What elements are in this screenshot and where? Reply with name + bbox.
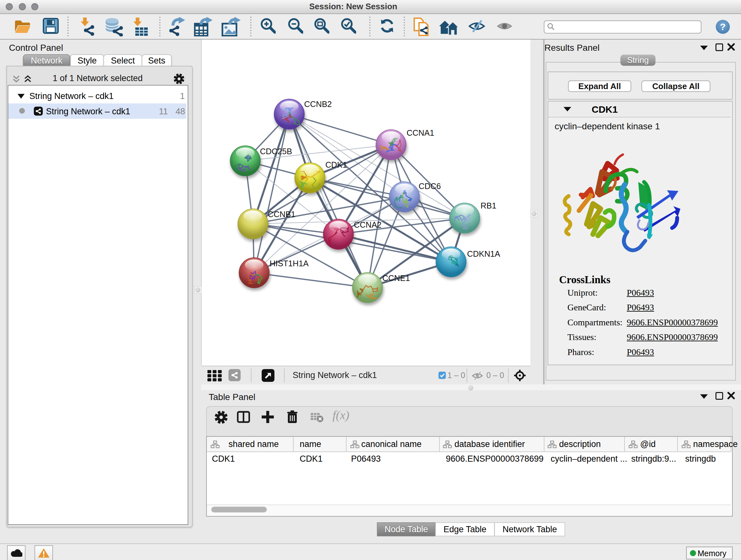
svg-text:CDKN1A: CDKN1A: [467, 249, 501, 258]
svg-text:CCNB1: CCNB1: [268, 210, 295, 219]
svg-text:CDK1: CDK1: [325, 160, 347, 169]
svg-text:RB1: RB1: [481, 201, 496, 210]
svg-text:CCNA1: CCNA1: [407, 128, 434, 137]
svg-text:CCNB2: CCNB2: [304, 100, 332, 109]
svg-text:CDC25B: CDC25B: [260, 147, 292, 156]
svg-text:CCNE1: CCNE1: [382, 273, 410, 283]
svg-text:HIST1H1A: HIST1H1A: [270, 259, 309, 268]
svg-text:CCNA2: CCNA2: [354, 220, 382, 229]
svg-text:CDC6: CDC6: [419, 182, 441, 191]
